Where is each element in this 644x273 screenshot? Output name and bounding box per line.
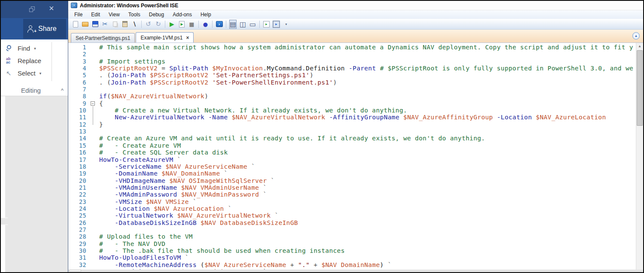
find-button[interactable]: Find ▾	[6, 42, 68, 55]
toolbar-separator	[198, 21, 199, 28]
menu-tools[interactable]: Tools	[124, 11, 145, 18]
start-powershell-icon[interactable]: ›	[215, 20, 224, 29]
open-script-icon[interactable]	[81, 20, 90, 29]
code-line[interactable]: 5. (Join-Path $PSScriptRootV2 'Set-Partn…	[68, 72, 636, 79]
code-line[interactable]: 32 -RemoteMachineAddress ($NAV_AzureServ…	[68, 261, 636, 268]
menu-add-ons[interactable]: Add-ons	[168, 11, 196, 18]
code-line[interactable]: 14# Create an Azure VM and wait until it…	[68, 135, 636, 142]
menu-help[interactable]: Help	[196, 11, 216, 18]
code-text: $PSScriptRootV2 = Split-Path $MyInvocati…	[99, 65, 636, 72]
new-remote-powershell-tab-icon[interactable]: ●	[201, 20, 210, 29]
code-line[interactable]: 9−{	[68, 100, 636, 107]
undo-icon[interactable]: ↺	[144, 20, 153, 29]
powershell-app-icon: ›	[71, 3, 77, 8]
tab-set-partnersettings-ps1[interactable]: Set-PartnerSettings.ps1	[71, 33, 135, 42]
code-line[interactable]: 3# Import settings	[68, 58, 636, 65]
replace-button[interactable]: ab ac Replace	[6, 55, 68, 67]
show-script-pane-right-icon[interactable]: ◫	[238, 20, 247, 29]
code-line[interactable]: 30# - The .bak file that should be used …	[68, 247, 636, 254]
collapse-console-pane-icon[interactable]: ▲	[632, 32, 640, 39]
tab-close-icon[interactable]: ×	[186, 35, 189, 41]
redo-icon[interactable]: ↻	[154, 20, 163, 29]
run-selection-icon[interactable]: ▶	[177, 20, 186, 29]
code-line[interactable]: 29# - The NAV DVD	[68, 240, 636, 247]
run-script-icon[interactable]: ▶	[167, 20, 176, 29]
stop-operation-icon[interactable]: ■	[187, 20, 196, 29]
vertical-scrollbar[interactable]: ▲	[636, 43, 643, 270]
show-script-pane-top-icon[interactable]: ▤	[228, 20, 237, 29]
code-line[interactable]: 18 -ServiceName $NAV_AzureServiceName `	[68, 163, 636, 170]
line-number: 17	[68, 156, 90, 163]
code-line[interactable]: 4$PSScriptRootV2 = Split-Path $MyInvocat…	[68, 65, 636, 72]
select-button[interactable]: ↖ Select ▾	[6, 67, 68, 79]
code-line[interactable]: 1# This sample main script shows how a s…	[68, 44, 636, 51]
restore-window-icon[interactable]	[29, 6, 36, 12]
code-line[interactable]: 26 -DatabaseDiskSizeInGB $NAV_DatabaseDi…	[68, 219, 636, 226]
code-line[interactable]: 16# - Create SQL Server data disk	[68, 149, 636, 156]
code-line[interactable]: 12}	[68, 121, 636, 128]
menu-view[interactable]: View	[104, 11, 124, 18]
line-number: 13	[68, 128, 90, 135]
code-text: # Import settings	[99, 58, 636, 65]
code-line[interactable]: 2	[68, 51, 636, 58]
share-button[interactable]: + Share	[23, 19, 66, 39]
code-line[interactable]: 15# - Create Azure VM	[68, 142, 636, 149]
code-text: -VMSize $NAV_VMSize `	[99, 198, 636, 205]
show-script-pane-maximized-icon[interactable]: ▭	[248, 20, 257, 29]
code-text: }	[99, 121, 636, 128]
script-editor[interactable]: 1# This sample main script shows how a s…	[68, 43, 643, 270]
close-window-icon[interactable]: ×	[49, 4, 54, 12]
horizontal-scrollbar[interactable]	[68, 270, 643, 272]
save-script-icon[interactable]	[91, 20, 100, 29]
fold-margin	[90, 184, 99, 191]
menu-debug[interactable]: Debug	[145, 11, 168, 18]
scrollbar-thumb[interactable]	[637, 50, 643, 126]
code-line[interactable]: 23 -VMSize $NAV_VMSize `	[68, 198, 636, 205]
code-line[interactable]: 20 -VHDImageName $NAV_OSImageWithSqlServ…	[68, 177, 636, 184]
word-document-area	[1, 96, 68, 272]
menu-edit[interactable]: Edit	[87, 11, 104, 18]
cut-icon[interactable]: ✂	[100, 20, 109, 29]
menu-file[interactable]: File	[70, 11, 87, 18]
line-number: 10	[68, 107, 90, 114]
toolbar-separator	[226, 21, 226, 28]
show-command-addon-icon[interactable]: ▸	[262, 20, 271, 29]
paste-icon[interactable]	[120, 20, 129, 29]
scroll-up-icon[interactable]: ▲	[636, 43, 643, 49]
code-text: . (Join-Path $PSScriptRootV2 'Set-PowerS…	[99, 79, 636, 86]
code-line[interactable]: 6. (Join-Path $PSScriptRootV2 'Set-Power…	[68, 79, 636, 86]
code-line[interactable]: 7	[68, 86, 636, 93]
code-line[interactable]: 11 New-AzureVirtualNetwork -Name $NAV_Az…	[68, 114, 636, 121]
code-line[interactable]: 28# Upload files to the VM	[68, 233, 636, 240]
toolbar-overflow-icon[interactable]: ▾	[282, 20, 291, 29]
clear-console-icon[interactable]: ∖	[130, 20, 139, 29]
chevron-down-icon: ▾	[34, 46, 36, 51]
code-line[interactable]: 27	[68, 226, 636, 233]
code-line[interactable]: 22 -VMAdminPassword $NAV_VMAdminPassword…	[68, 191, 636, 198]
code-line[interactable]: 25 -VirtualNetwork $NAV_AzureVirtualNetw…	[68, 212, 636, 219]
toolbar-separator	[259, 21, 260, 28]
code-line[interactable]: 21 -VMAdminUserName $NAV_VMAdminUserName…	[68, 184, 636, 191]
code-text: # Upload files to the VM	[99, 233, 636, 240]
fold-margin	[90, 107, 99, 114]
ribbon-group-footer: Editing ^	[1, 87, 68, 94]
tab-example-1vm-ps1[interactable]: Example-1VM.ps1×	[136, 32, 194, 42]
line-number: 26	[68, 219, 90, 226]
horizontal-scrollbar-thumb[interactable]	[69, 270, 81, 272]
collapse-ribbon-icon[interactable]: ^	[61, 87, 64, 94]
code-line[interactable]: 13	[68, 128, 636, 135]
code-fold-toggle-icon[interactable]: −	[90, 100, 99, 107]
line-number: 23	[68, 198, 90, 205]
word-titlebar: ×	[1, 1, 68, 18]
new-script-icon[interactable]	[71, 20, 80, 29]
code-line[interactable]: 8if($NAV_AzureVirtualNetwork)	[68, 93, 636, 100]
code-line[interactable]: 10 # Create a new Virtual Network. If it…	[68, 107, 636, 114]
script-pane-toggle-icon[interactable]: ▸	[272, 20, 281, 29]
code-line[interactable]: 17HowTo-CreateAzureVM `	[68, 156, 636, 163]
copy-icon[interactable]	[110, 20, 119, 29]
window-title: Administrator: Windows PowerShell ISE	[80, 3, 178, 9]
fold-margin	[90, 219, 99, 226]
code-line[interactable]: 31HowTo-UploadFilesToVM `	[68, 254, 636, 261]
code-line[interactable]: 24 -Location $NAV_AzureLocation `	[68, 205, 636, 212]
code-line[interactable]: 19 -DomainName $NAV_DomainName `	[68, 170, 636, 177]
